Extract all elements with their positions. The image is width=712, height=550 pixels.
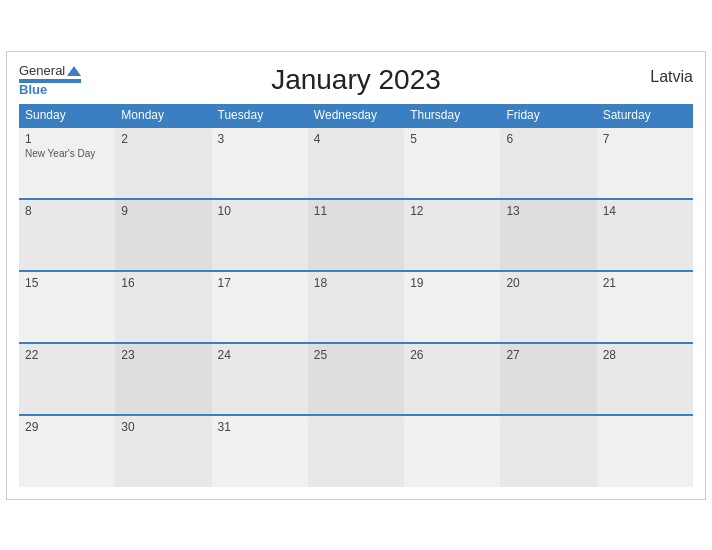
header-friday: Friday [500,104,596,127]
calendar-day-cell: 24 [212,343,308,415]
logo-area: General Blue [19,64,81,98]
calendar-day-cell: 30 [115,415,211,487]
weekday-header-row: Sunday Monday Tuesday Wednesday Thursday… [19,104,693,127]
calendar-container: General Blue January 2023 Latvia Sunday … [6,51,706,500]
calendar-day-cell [308,415,404,487]
calendar-grid: Sunday Monday Tuesday Wednesday Thursday… [19,104,693,487]
calendar-day-cell: 22 [19,343,115,415]
header-tuesday: Tuesday [212,104,308,127]
calendar-title: January 2023 [19,64,693,96]
day-number: 28 [603,348,687,362]
header-monday: Monday [115,104,211,127]
calendar-day-cell: 23 [115,343,211,415]
calendar-header: General Blue January 2023 Latvia [19,64,693,96]
day-number: 23 [121,348,205,362]
calendar-day-cell: 19 [404,271,500,343]
day-number: 11 [314,204,398,218]
day-number: 8 [25,204,109,218]
calendar-day-cell: 4 [308,127,404,199]
day-number: 24 [218,348,302,362]
day-number: 1 [25,132,109,146]
calendar-day-cell: 10 [212,199,308,271]
calendar-week-row: 22232425262728 [19,343,693,415]
day-number: 3 [218,132,302,146]
calendar-day-cell: 16 [115,271,211,343]
day-number: 5 [410,132,494,146]
calendar-day-cell: 9 [115,199,211,271]
calendar-day-cell: 15 [19,271,115,343]
day-number: 15 [25,276,109,290]
calendar-day-cell: 20 [500,271,596,343]
calendar-day-cell: 7 [597,127,693,199]
logo-brand: General [19,64,65,78]
day-number: 16 [121,276,205,290]
header-thursday: Thursday [404,104,500,127]
day-number: 29 [25,420,109,434]
day-number: 14 [603,204,687,218]
calendar-day-cell: 6 [500,127,596,199]
calendar-day-cell [500,415,596,487]
calendar-day-cell: 18 [308,271,404,343]
day-number: 18 [314,276,398,290]
day-number: 2 [121,132,205,146]
day-number: 9 [121,204,205,218]
calendar-day-cell: 3 [212,127,308,199]
day-number: 22 [25,348,109,362]
day-number: 4 [314,132,398,146]
calendar-day-cell: 29 [19,415,115,487]
calendar-day-cell: 13 [500,199,596,271]
day-number: 13 [506,204,590,218]
calendar-day-cell: 1New Year's Day [19,127,115,199]
day-number: 17 [218,276,302,290]
calendar-day-cell: 12 [404,199,500,271]
logo-blue-text: Blue [19,83,47,97]
logo-triangle-icon [67,66,81,76]
calendar-week-row: 891011121314 [19,199,693,271]
holiday-label: New Year's Day [25,148,109,159]
day-number: 27 [506,348,590,362]
calendar-day-cell: 14 [597,199,693,271]
day-number: 10 [218,204,302,218]
country-label: Latvia [650,68,693,86]
day-number: 7 [603,132,687,146]
calendar-day-cell: 31 [212,415,308,487]
header-sunday: Sunday [19,104,115,127]
day-number: 12 [410,204,494,218]
header-saturday: Saturday [597,104,693,127]
day-number: 31 [218,420,302,434]
calendar-week-row: 293031 [19,415,693,487]
calendar-day-cell: 26 [404,343,500,415]
calendar-day-cell: 17 [212,271,308,343]
calendar-day-cell: 5 [404,127,500,199]
day-number: 21 [603,276,687,290]
calendar-day-cell [404,415,500,487]
header-wednesday: Wednesday [308,104,404,127]
calendar-day-cell [597,415,693,487]
calendar-day-cell: 25 [308,343,404,415]
calendar-week-row: 1New Year's Day234567 [19,127,693,199]
calendar-day-cell: 8 [19,199,115,271]
calendar-day-cell: 21 [597,271,693,343]
calendar-week-row: 15161718192021 [19,271,693,343]
calendar-day-cell: 27 [500,343,596,415]
day-number: 20 [506,276,590,290]
calendar-day-cell: 2 [115,127,211,199]
day-number: 6 [506,132,590,146]
calendar-day-cell: 28 [597,343,693,415]
day-number: 19 [410,276,494,290]
day-number: 25 [314,348,398,362]
day-number: 26 [410,348,494,362]
day-number: 30 [121,420,205,434]
calendar-day-cell: 11 [308,199,404,271]
